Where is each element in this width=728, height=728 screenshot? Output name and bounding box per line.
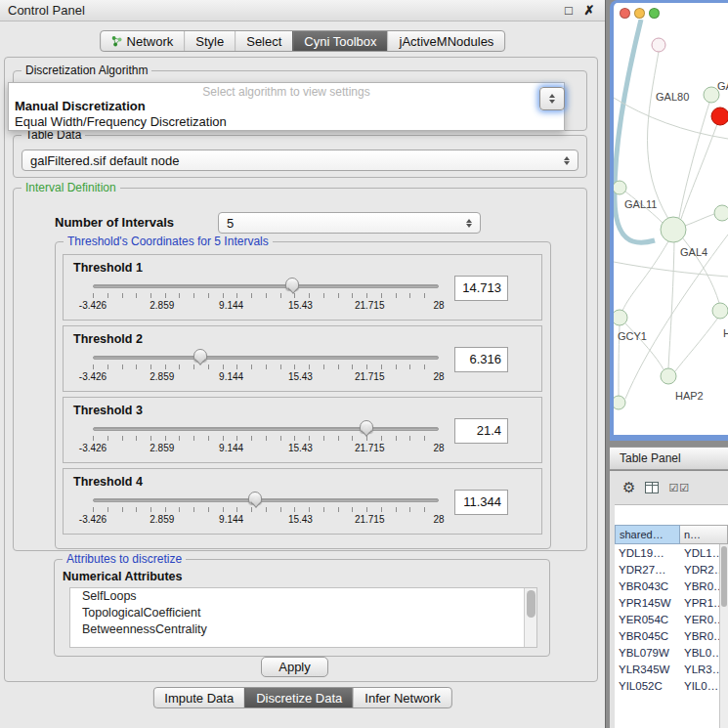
network-node[interactable] xyxy=(661,368,676,384)
zoom-button[interactable] xyxy=(649,8,660,19)
threshold-slider[interactable]: -3.4262.8599.14415.4321.71528 xyxy=(93,491,439,530)
tab-style[interactable]: Style xyxy=(184,31,235,51)
network-node[interactable] xyxy=(614,396,625,409)
network-node[interactable] xyxy=(711,107,728,125)
algorithm-combo-stepper[interactable] xyxy=(539,87,565,110)
table-row[interactable]: YIL052CYIL0… xyxy=(615,677,719,694)
slider-thumb[interactable] xyxy=(248,492,262,504)
apply-button[interactable]: Apply xyxy=(261,657,328,677)
tab-select[interactable]: Select xyxy=(235,31,292,51)
network-edge[interactable] xyxy=(679,103,709,218)
network-edge[interactable] xyxy=(668,242,674,368)
tab-network[interactable]: Network xyxy=(101,31,185,51)
table-row[interactable]: YBR043CYBR0… xyxy=(615,578,719,594)
network-node[interactable] xyxy=(712,303,728,319)
table-row[interactable]: YPR145WYPR1… xyxy=(615,594,719,611)
node-label: GAL80 xyxy=(656,91,689,103)
numerical-attributes-list[interactable]: SelfLoopsTopologicalCoefficientBetweenne… xyxy=(69,587,537,648)
attribute-list-item[interactable]: TopologicalCoefficient xyxy=(70,605,536,621)
number-of-intervals-combo[interactable]: 5 xyxy=(218,212,481,234)
network-node[interactable] xyxy=(614,310,627,325)
scale-label: 28 xyxy=(433,371,444,382)
tab-impute-data[interactable]: Impute Data xyxy=(153,688,244,707)
threshold-slider[interactable]: -3.4262.8599.14415.4321.71528 xyxy=(93,419,439,458)
network-edge[interactable] xyxy=(614,98,728,139)
node-label: HAP2 xyxy=(675,390,704,402)
slider-track[interactable] xyxy=(93,284,439,288)
scrollbar-thumb[interactable] xyxy=(527,590,535,618)
threshold-value-field[interactable]: 14.713 xyxy=(454,276,508,301)
network-edge[interactable] xyxy=(614,262,728,277)
threshold-value-field[interactable]: 6.316 xyxy=(454,347,508,372)
column-header-shared-name[interactable]: shared… xyxy=(615,525,680,544)
slider-thumb[interactable] xyxy=(360,420,373,433)
slider-thumb[interactable] xyxy=(193,349,207,362)
table-row[interactable]: YER054CYER0… xyxy=(615,611,719,627)
network-edge[interactable] xyxy=(675,318,718,371)
threshold-value-field[interactable]: 21.4 xyxy=(454,418,508,444)
tab-cyni-toolbox[interactable]: Cyni Toolbox xyxy=(292,31,387,51)
threshold-slider[interactable]: -3.4262.8599.14415.4321.71528 xyxy=(93,277,439,316)
float-window-icon[interactable]: □ xyxy=(561,3,577,18)
column-header-name[interactable]: n… xyxy=(680,525,728,544)
slider-track[interactable] xyxy=(93,498,439,502)
scale-label: 15.43 xyxy=(288,300,313,311)
table-scrollbar[interactable] xyxy=(719,544,728,728)
table-row[interactable]: YLR345WYLR3… xyxy=(615,661,719,677)
interval-definition-group: Interval Definition Number of Intervals … xyxy=(13,188,587,551)
scale-label: 21.715 xyxy=(355,371,385,382)
tab-label: Impute Data xyxy=(164,691,234,706)
scrollbar-thumb[interactable] xyxy=(721,546,727,607)
slider-thumb[interactable] xyxy=(285,278,299,290)
table-data-combo[interactable]: galFiltered.sif default node xyxy=(21,150,578,171)
network-edge[interactable] xyxy=(685,214,714,226)
node-table: shared… n… YDL19…YDL1…YDR27…YDR2…YBR043C… xyxy=(615,504,728,728)
cell-shared-name: YLR345W xyxy=(615,664,680,675)
columns-icon[interactable] xyxy=(645,482,659,493)
dropdown-option[interactable]: Manual Discretization xyxy=(9,99,564,114)
table-panel-bar[interactable]: Table Panel xyxy=(610,447,728,470)
attribute-list-item[interactable]: SelfLoops xyxy=(70,588,536,605)
tab-jactivemnodules[interactable]: jActiveMNodules xyxy=(388,31,505,51)
slider-track[interactable] xyxy=(93,356,439,360)
attributes-scrollbar[interactable] xyxy=(524,588,536,647)
combo-arrows-icon xyxy=(564,156,570,165)
table-row[interactable]: YDL19…YDL1… xyxy=(615,544,719,561)
network-node[interactable] xyxy=(614,181,626,194)
network-node[interactable] xyxy=(714,205,728,221)
attribute-list-item[interactable]: BetweennessCentrality xyxy=(70,621,536,638)
tab-infer-network[interactable]: Infer Network xyxy=(353,688,450,707)
tab-discretize-data[interactable]: Discretize Data xyxy=(244,688,353,707)
scale-label: 15.43 xyxy=(288,514,313,525)
table-row[interactable]: YBR045CYBR0… xyxy=(615,627,719,644)
scale-label: 15.43 xyxy=(288,443,313,453)
threshold-label: Threshold 4 xyxy=(73,475,143,489)
close-window-icon[interactable]: ✗ xyxy=(581,3,597,18)
scale-label: 21.715 xyxy=(355,300,385,311)
table-row[interactable]: YBL079WYBL0… xyxy=(615,644,719,661)
slider-track[interactable] xyxy=(93,427,439,431)
traffic-lights xyxy=(620,6,660,20)
gear-icon[interactable]: ⚙ xyxy=(622,479,635,496)
threshold-label: Threshold 1 xyxy=(73,261,143,275)
threshold-slider[interactable]: -3.4262.8599.14415.4321.71528 xyxy=(93,348,439,387)
dropdown-header: Select algorithm to view settings xyxy=(9,83,564,99)
network-view-window: GAL80GAGAL11GAL4GCY1HAP2H xyxy=(610,0,728,441)
network-node[interactable] xyxy=(652,38,665,52)
node-label: H xyxy=(723,327,728,339)
checkbox-columns-icon[interactable]: ☑☑ xyxy=(668,482,690,494)
network-edge[interactable] xyxy=(625,235,728,399)
close-button[interactable] xyxy=(620,8,630,19)
table-row[interactable]: YDR27…YDR2… xyxy=(615,561,719,578)
threshold-panel: Threshold 1 -3.4262.8599.14415.4321.7152… xyxy=(63,254,542,321)
network-canvas[interactable]: GAL80GAGAL11GAL4GCY1HAP2H xyxy=(614,20,728,435)
cell-name: YBL0… xyxy=(680,647,719,659)
network-edge[interactable] xyxy=(622,241,668,311)
dropdown-option[interactable]: Equal Width/Frequency Discretization xyxy=(9,114,564,130)
threshold-value-field[interactable]: 11.344 xyxy=(454,490,508,515)
minimize-button[interactable] xyxy=(634,8,645,19)
scale-label: 28 xyxy=(433,514,444,525)
network-node[interactable] xyxy=(661,217,686,242)
threshold-panel: Threshold 2 -3.4262.8599.14415.4321.7152… xyxy=(63,325,542,392)
network-edge[interactable] xyxy=(648,52,669,219)
